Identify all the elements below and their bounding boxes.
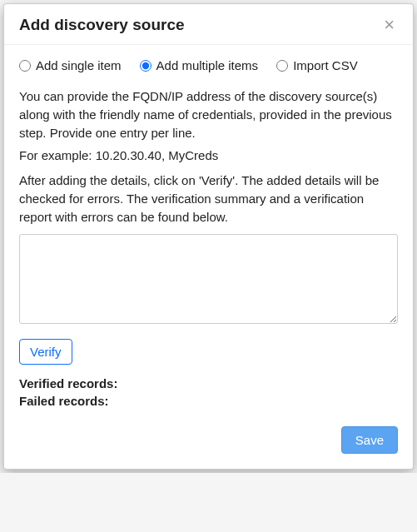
description-example: For example: 10.20.30.40, MyCreds	[19, 147, 398, 165]
description-paragraph-2: After adding the details, click on 'Veri…	[19, 172, 398, 226]
radio-add-multiple-items-input[interactable]	[140, 60, 151, 72]
entries-textarea[interactable]	[19, 234, 398, 324]
description-block: You can provide the FQDN/IP address of t…	[19, 87, 398, 165]
verified-records-label: Verified records:	[19, 376, 117, 390]
radio-import-csv-input[interactable]	[276, 60, 288, 72]
failed-records-row: Failed records:	[19, 394, 398, 408]
radio-add-multiple-items[interactable]: Add multiple items	[140, 58, 259, 72]
modal-footer: Save	[4, 415, 413, 469]
radio-add-multiple-items-label: Add multiple items	[156, 58, 259, 72]
save-button[interactable]: Save	[341, 426, 398, 454]
radio-import-csv[interactable]: Import CSV	[276, 58, 358, 72]
description-paragraph-1: You can provide the FQDN/IP address of t…	[19, 87, 398, 142]
radio-add-single-item-input[interactable]	[19, 60, 31, 72]
modal-header: Add discovery source ×	[4, 4, 413, 45]
verify-button[interactable]: Verify	[19, 339, 72, 365]
radio-add-single-item-label: Add single item	[36, 58, 122, 72]
close-button[interactable]: ×	[380, 16, 398, 34]
mode-radio-group: Add single item Add multiple items Impor…	[19, 58, 398, 72]
modal-title: Add discovery source	[19, 16, 185, 34]
radio-import-csv-label: Import CSV	[293, 58, 358, 72]
verified-records-row: Verified records:	[19, 376, 398, 390]
add-discovery-source-modal: Add discovery source × Add single item A…	[3, 3, 414, 470]
modal-body: Add single item Add multiple items Impor…	[4, 45, 413, 415]
radio-add-single-item[interactable]: Add single item	[19, 58, 122, 72]
failed-records-label: Failed records:	[19, 394, 109, 408]
